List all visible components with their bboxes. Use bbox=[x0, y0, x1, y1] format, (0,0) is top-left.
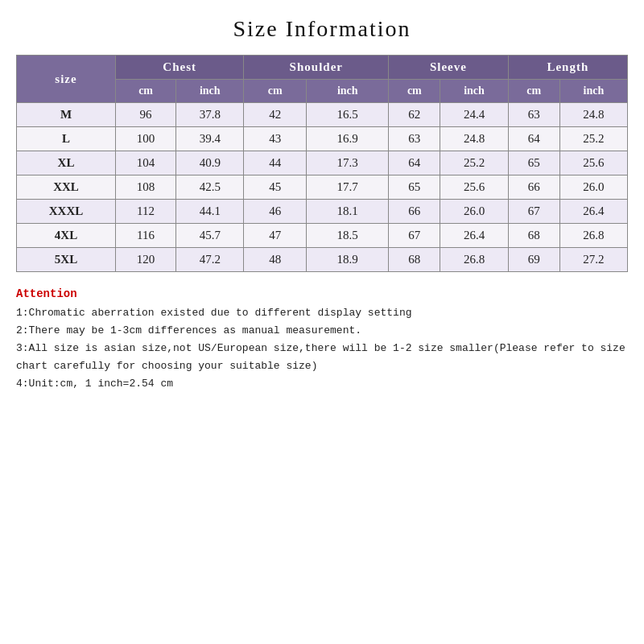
data-cell: 25.2 bbox=[559, 127, 627, 151]
data-cell: 40.9 bbox=[176, 151, 244, 175]
data-cell: 104 bbox=[115, 151, 175, 175]
data-cell: 18.1 bbox=[307, 200, 389, 224]
data-cell: 48 bbox=[244, 248, 307, 272]
data-cell: 100 bbox=[115, 127, 175, 151]
data-cell: 44 bbox=[244, 151, 307, 175]
data-cell: 18.9 bbox=[307, 248, 389, 272]
data-cell: 120 bbox=[115, 248, 175, 272]
size-cell: 4XL bbox=[17, 224, 116, 248]
chest-group-header: Chest bbox=[115, 56, 243, 80]
data-cell: 66 bbox=[508, 175, 559, 200]
chest-cm-header: cm bbox=[115, 80, 175, 103]
data-cell: 16.9 bbox=[307, 127, 389, 151]
length-group-header: Length bbox=[508, 56, 627, 80]
shoulder-cm-header: cm bbox=[244, 80, 307, 103]
data-cell: 43 bbox=[244, 127, 307, 151]
data-cell: 47 bbox=[244, 224, 307, 248]
data-cell: 25.6 bbox=[559, 151, 627, 175]
data-cell: 39.4 bbox=[176, 127, 244, 151]
data-cell: 47.2 bbox=[176, 248, 244, 272]
attention-note: 1:Chromatic aberration existed due to di… bbox=[16, 304, 628, 322]
attention-title: Attention bbox=[16, 287, 77, 300]
attention-note: 2:There may be 1-3cm differences as manu… bbox=[16, 322, 628, 340]
data-cell: 67 bbox=[389, 224, 440, 248]
attention-note: 3:All size is asian size,not US/European… bbox=[16, 340, 628, 375]
data-cell: 65 bbox=[389, 175, 440, 200]
table-row: XXL10842.54517.76525.66626.0 bbox=[17, 175, 628, 200]
data-cell: 26.0 bbox=[559, 175, 627, 200]
data-cell: 24.4 bbox=[440, 103, 508, 127]
data-cell: 46 bbox=[244, 200, 307, 224]
table-row: XL10440.94417.36425.26525.6 bbox=[17, 151, 628, 175]
sleeve-group-header: Sleeve bbox=[389, 56, 508, 80]
data-cell: 24.8 bbox=[559, 103, 627, 127]
data-cell: 68 bbox=[389, 248, 440, 272]
data-cell: 63 bbox=[389, 127, 440, 151]
size-cell: XXXL bbox=[17, 200, 116, 224]
attention-note: 4:Unit:cm, 1 inch=2.54 cm bbox=[16, 375, 628, 393]
data-cell: 16.5 bbox=[307, 103, 389, 127]
size-cell: XL bbox=[17, 151, 116, 175]
data-cell: 26.8 bbox=[440, 248, 508, 272]
data-cell: 44.1 bbox=[176, 200, 244, 224]
data-cell: 67 bbox=[508, 200, 559, 224]
data-cell: 64 bbox=[389, 151, 440, 175]
size-column-header: size bbox=[17, 56, 116, 103]
sleeve-inch-header: inch bbox=[440, 80, 508, 103]
data-cell: 45 bbox=[244, 175, 307, 200]
table-row: M9637.84216.56224.46324.8 bbox=[17, 103, 628, 127]
data-cell: 112 bbox=[115, 200, 175, 224]
data-cell: 26.4 bbox=[440, 224, 508, 248]
sleeve-cm-header: cm bbox=[389, 80, 440, 103]
data-cell: 96 bbox=[115, 103, 175, 127]
length-cm-header: cm bbox=[508, 80, 559, 103]
data-cell: 25.6 bbox=[440, 175, 508, 200]
length-inch-header: inch bbox=[559, 80, 627, 103]
table-row: 4XL11645.74718.56726.46826.8 bbox=[17, 224, 628, 248]
data-cell: 27.2 bbox=[559, 248, 627, 272]
data-cell: 64 bbox=[508, 127, 559, 151]
data-cell: 18.5 bbox=[307, 224, 389, 248]
data-cell: 62 bbox=[389, 103, 440, 127]
shoulder-inch-header: inch bbox=[307, 80, 389, 103]
attention-section: Attention 1:Chromatic aberration existed… bbox=[16, 285, 628, 393]
data-cell: 66 bbox=[389, 200, 440, 224]
table-row: 5XL12047.24818.96826.86927.2 bbox=[17, 248, 628, 272]
data-cell: 26.0 bbox=[440, 200, 508, 224]
data-cell: 69 bbox=[508, 248, 559, 272]
data-cell: 108 bbox=[115, 175, 175, 200]
data-cell: 26.8 bbox=[559, 224, 627, 248]
data-cell: 42 bbox=[244, 103, 307, 127]
page-title: Size Information bbox=[16, 16, 628, 42]
data-cell: 65 bbox=[508, 151, 559, 175]
data-cell: 17.3 bbox=[307, 151, 389, 175]
chest-inch-header: inch bbox=[176, 80, 244, 103]
data-cell: 116 bbox=[115, 224, 175, 248]
data-cell: 68 bbox=[508, 224, 559, 248]
data-cell: 24.8 bbox=[440, 127, 508, 151]
data-cell: 37.8 bbox=[176, 103, 244, 127]
data-cell: 26.4 bbox=[559, 200, 627, 224]
size-cell: M bbox=[17, 103, 116, 127]
shoulder-group-header: Shoulder bbox=[244, 56, 389, 80]
data-cell: 25.2 bbox=[440, 151, 508, 175]
table-row: XXXL11244.14618.16626.06726.4 bbox=[17, 200, 628, 224]
table-row: L10039.44316.96324.86425.2 bbox=[17, 127, 628, 151]
data-cell: 63 bbox=[508, 103, 559, 127]
size-cell: L bbox=[17, 127, 116, 151]
size-cell: 5XL bbox=[17, 248, 116, 272]
data-cell: 42.5 bbox=[176, 175, 244, 200]
size-cell: XXL bbox=[17, 175, 116, 200]
data-cell: 17.7 bbox=[307, 175, 389, 200]
size-table: size Chest Shoulder Sleeve Length cm inc… bbox=[16, 55, 628, 272]
data-cell: 45.7 bbox=[176, 224, 244, 248]
